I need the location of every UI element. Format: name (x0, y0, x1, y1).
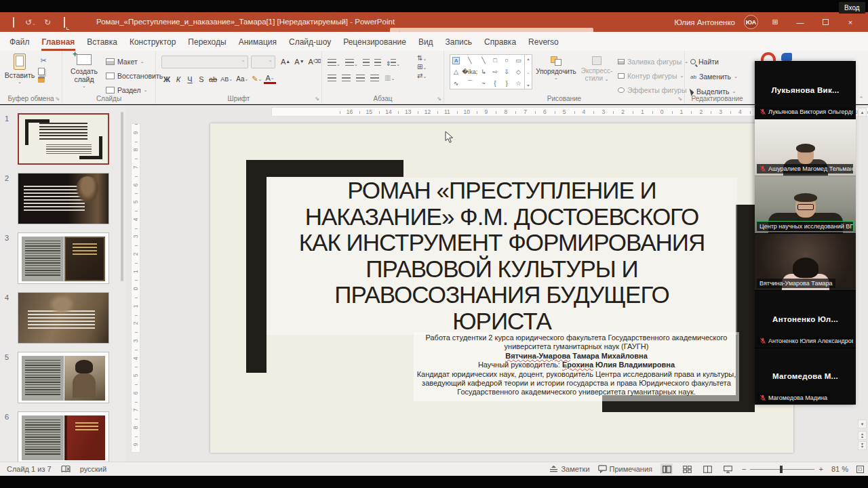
fit-slide-to-window-icon[interactable] (856, 466, 864, 473)
reading-view-button[interactable] (701, 464, 713, 474)
shape-star-icon[interactable]: ☆ (515, 80, 521, 87)
reset-button[interactable]: Восстановить (106, 70, 163, 82)
shape-arc-icon[interactable]: ⌒ (467, 79, 473, 87)
slide-thumbnail-row[interactable]: 6 (0, 411, 109, 462)
shape-scribble-icon[interactable]: ∿ (454, 80, 459, 87)
zoom-slider-track[interactable] (750, 469, 814, 470)
reverso-addin-icon-2[interactable] (781, 53, 792, 61)
participant-tile[interactable]: Магомедова М... Магомедова Мадина (755, 348, 856, 405)
slide-thumbnail[interactable] (18, 232, 109, 284)
scroll-down-button[interactable]: ▾ (858, 420, 867, 428)
shape-triangle-icon[interactable]: △ (454, 68, 458, 75)
shape-rectangle-icon[interactable]: □ (493, 57, 496, 64)
zoom-slider-thumb[interactable] (780, 466, 783, 473)
arrange-button[interactable]: Упорядочить⌄ (535, 56, 577, 81)
ribbon-tab[interactable]: Рецензирование (337, 33, 412, 51)
ribbon-tab[interactable]: Главная (36, 33, 81, 51)
previous-slide-button[interactable]: ▴▴ (858, 431, 867, 440)
notes-button[interactable]: Заметки (549, 465, 589, 473)
slide-sorter-view-button[interactable] (681, 464, 693, 474)
slide-editing-area[interactable]: РОМАН «ПРЕСТУПЛЕНИЕ И НАКАЗАНИЕ» Ф.М. ДО… (210, 123, 793, 453)
new-slide-button[interactable]: Создать слайд⌄ (66, 54, 102, 89)
scroll-up-button[interactable]: ▴ (858, 108, 867, 117)
minimize-button[interactable]: — (792, 18, 808, 26)
align-center-button[interactable] (342, 75, 351, 81)
columns-button[interactable]: ▥⌄ (384, 74, 395, 81)
participant-tile[interactable]: Вятчина-Умарова Тамара (755, 233, 856, 291)
slide-thumbnail[interactable] (18, 173, 109, 224)
bold-button[interactable]: Ж (161, 73, 172, 85)
bullets-button[interactable]: ⌄ (328, 56, 340, 68)
start-presentation-icon[interactable] (59, 18, 70, 27)
ribbon-tab[interactable]: Справка (478, 33, 522, 51)
align-left-button[interactable] (328, 75, 336, 81)
increase-font-button[interactable]: А▲ (279, 56, 292, 67)
convert-smartart-button[interactable]: ⇄⌄ (417, 72, 427, 79)
layout-button[interactable]: Макет⌄ (106, 56, 163, 68)
shapes-gallery-scrollbar[interactable]: ▴⌄▾ (524, 55, 532, 89)
ribbon-tab[interactable]: Файл (3, 33, 36, 51)
slide-thumbnail-row[interactable]: 2 (0, 173, 109, 224)
shape-down-arrow-icon[interactable]: ⇩ (504, 68, 509, 75)
align-text-button[interactable]: ⊞⌄ (417, 63, 427, 70)
ribbon-tab[interactable]: Анимация (233, 33, 283, 51)
clipboard-dialog-launcher-icon[interactable]: ⇘ (55, 96, 60, 102)
align-right-button[interactable] (356, 75, 365, 81)
redo-icon[interactable]: ↻ (42, 18, 53, 27)
justify-button[interactable] (370, 75, 379, 81)
underline-button[interactable]: Ч (184, 73, 195, 85)
quick-styles-button[interactable]: Экспресс- стили ⌄ (580, 56, 614, 82)
zoom-slider[interactable]: − + (742, 465, 823, 473)
paste-button[interactable]: Вставить⌄ (4, 54, 35, 85)
participant-tile[interactable]: Лукьянова Вик... Лукьянова Виктория Ольг… (755, 61, 856, 119)
shape-oval-icon[interactable]: ○ (505, 57, 509, 64)
shape-line-icon[interactable]: ╲ (468, 57, 471, 64)
shape-brace-right-icon[interactable]: } (506, 80, 508, 87)
spellcheck-icon[interactable] (61, 465, 71, 473)
ribbon-tab[interactable]: Вид (412, 33, 439, 51)
shapes-grid[interactable]: А ╲╲ □○▭ △�ika;↳⇨⇩◇ ∿⌒~{}☆ (450, 55, 524, 89)
shape-outline-button[interactable]: Контур фигуры⌄ (618, 70, 693, 82)
slide-thumbnail-row[interactable]: 3 (0, 232, 109, 284)
restore-button[interactable] (817, 18, 833, 26)
shape-elbow-icon[interactable]: ↳ (481, 68, 486, 75)
normal-view-button[interactable] (660, 464, 673, 474)
slide-thumbnail[interactable] (18, 411, 109, 462)
language-indicator[interactable]: русский (80, 465, 106, 473)
font-size-select[interactable] (251, 56, 275, 68)
ribbon-display-options-icon[interactable]: ⊞ (767, 18, 783, 26)
slide-thumbnail-row[interactable]: 5 (0, 352, 109, 403)
shape-arrow-icon[interactable]: ╲ (481, 57, 485, 64)
participant-tile[interactable]: Антоненко Юл... Антоненко Юлия Александр… (755, 290, 856, 348)
copy-button[interactable] (38, 68, 45, 75)
increase-indent-button[interactable] (374, 56, 381, 68)
thumbnail-scrollbar[interactable] (121, 112, 123, 281)
shape-right-arrow-icon[interactable]: ⇨ (492, 68, 498, 75)
avatar[interactable]: ЮА (744, 15, 758, 29)
font-color-button[interactable]: А⌄ (264, 75, 275, 84)
paragraph-dialog-launcher-icon[interactable]: ⇘ (437, 96, 441, 102)
participant-tile[interactable]: Центр научных исследований ВГУ... (755, 176, 856, 233)
undo-icon[interactable]: ↺⌄ (25, 18, 36, 27)
change-case-button[interactable]: Аа⌄ (235, 73, 250, 85)
participant-tile[interactable]: Ашуралиев Магомед Тельмано... (755, 119, 856, 176)
slide-subtitle-textbox[interactable]: Работа студентки 2 курса юридического фа… (414, 332, 739, 401)
zoom-in-icon[interactable]: + (818, 465, 823, 473)
font-dialog-launcher-icon[interactable]: ⇘ (315, 96, 319, 102)
find-button[interactable]: Найти (690, 56, 738, 68)
slide-thumbnail[interactable] (18, 292, 109, 344)
comments-button[interactable]: Примечания (598, 465, 653, 473)
decrease-indent-button[interactable] (363, 56, 370, 68)
vertical-ruler[interactable]: 9876543210123456789 (131, 123, 140, 453)
line-spacing-button[interactable]: ⇕⌄ (386, 56, 400, 68)
zoom-out-icon[interactable]: − (742, 465, 746, 473)
next-slide-button[interactable]: ▾▾ (858, 441, 867, 450)
ribbon-tab[interactable]: Запись (439, 33, 478, 51)
highlight-color-button[interactable]: ✎⌄ (250, 73, 263, 85)
numbering-button[interactable]: ⌄ (345, 56, 358, 68)
strikethrough-button[interactable]: ab (208, 73, 218, 85)
shapes-gallery[interactable]: А ╲╲ □○▭ △�ika;↳⇨⇩◇ ∿⌒~{}☆ ▴⌄▾ (450, 54, 532, 89)
shape-curve-icon[interactable]: ~ (481, 80, 485, 87)
decrease-font-button[interactable]: А▼ (293, 56, 305, 67)
shape-fill-button[interactable]: Заливка фигуры⌄ (618, 56, 693, 68)
